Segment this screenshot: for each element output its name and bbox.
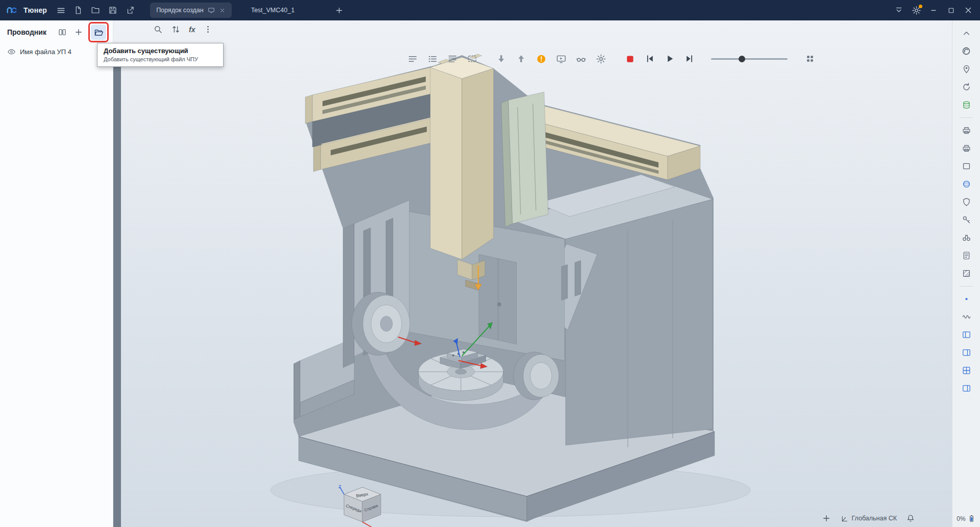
new-file-button[interactable] <box>69 3 87 18</box>
annotation-highlight-box <box>88 22 109 42</box>
open-folder-icon <box>91 6 100 15</box>
tooltip: Добавить существующий Добавить существую… <box>97 43 224 67</box>
hatch-button[interactable] <box>959 266 974 281</box>
slider-knob[interactable] <box>739 56 745 62</box>
list-indent-icon <box>427 54 438 64</box>
stop-button[interactable] <box>623 52 636 65</box>
tab-poryadok-sozdaniya[interactable]: Порядок создан <box>150 3 232 18</box>
warning-button[interactable] <box>534 52 548 65</box>
dock-panel-button[interactable] <box>890 3 908 18</box>
search-button[interactable] <box>153 25 163 34</box>
viewport-3d[interactable]: Z Вверх Спереди Справа X Глобальная СК <box>113 20 952 527</box>
hatch-pattern-icon <box>962 269 971 278</box>
fx-button[interactable]: fx <box>189 25 195 34</box>
main-menu-button[interactable] <box>52 3 69 18</box>
list-justify-button[interactable] <box>446 52 459 65</box>
swap-vertical-icon <box>171 25 181 34</box>
new-tab-button[interactable] <box>330 3 348 18</box>
open-folder-button[interactable] <box>87 3 104 18</box>
slider-track[interactable] <box>711 58 788 60</box>
tree-item-program-file[interactable]: Имя файла УП 4 <box>0 44 113 60</box>
plane-square-icon <box>962 161 971 171</box>
window-split-right-button[interactable] <box>959 345 974 360</box>
location-pin-button[interactable] <box>959 61 974 77</box>
stock-cylinder-icon <box>962 100 971 110</box>
window-split-left-button[interactable] <box>959 327 974 342</box>
tab-label: Test_VMC40_1 <box>251 7 295 14</box>
play-button[interactable] <box>663 52 676 65</box>
skip-to-start-button[interactable] <box>643 52 656 65</box>
arrow-up-button[interactable] <box>514 52 528 65</box>
layout-columns-button[interactable] <box>56 26 69 39</box>
window-split-right-icon <box>962 348 971 357</box>
arrow-up-icon <box>516 54 526 64</box>
coordinate-system-label: Глобальная СК <box>852 515 897 522</box>
hamburger-menu-icon <box>56 6 66 15</box>
maximize-button[interactable] <box>942 3 960 18</box>
tooltip-title: Добавить существующий <box>104 47 217 55</box>
explorer-search-toolbar: fx <box>153 25 213 34</box>
sphere-button[interactable] <box>959 176 974 191</box>
warning-icon <box>536 54 547 64</box>
minimize-button[interactable] <box>925 3 942 18</box>
settings-button[interactable] <box>594 52 607 65</box>
key-button[interactable] <box>959 212 974 227</box>
save-button[interactable] <box>104 3 121 18</box>
minimize-icon <box>929 6 938 15</box>
plane-button[interactable] <box>959 158 974 174</box>
stock-button[interactable] <box>959 97 974 112</box>
coordinate-system-selector[interactable]: Глобальная СК <box>840 514 897 523</box>
point-button[interactable] <box>959 291 974 306</box>
close-tab-icon[interactable] <box>219 7 226 14</box>
spline-button[interactable] <box>959 309 974 324</box>
grid-dots-button[interactable] <box>803 52 817 65</box>
tab-test-vmc40[interactable]: Test_VMC40_1 <box>245 3 301 18</box>
list-plain-button[interactable] <box>406 52 419 65</box>
location-pin-icon <box>962 64 971 74</box>
rotate-button[interactable] <box>959 79 974 94</box>
axis-z-label: Z <box>338 484 341 489</box>
eye-icon[interactable] <box>7 47 16 56</box>
plus-icon <box>74 28 83 37</box>
add-program-button[interactable] <box>72 26 85 39</box>
window-grid-button[interactable] <box>959 363 974 378</box>
notifications-button[interactable] <box>906 514 915 523</box>
simulation-speed-slider[interactable] <box>711 52 788 65</box>
close-window-button[interactable] <box>960 3 977 18</box>
list-indent-button[interactable] <box>426 52 439 65</box>
arrow-down-button[interactable] <box>495 52 508 65</box>
swap-vertical-button[interactable] <box>171 25 181 34</box>
machine-model[interactable] <box>113 20 952 527</box>
window-door-icon <box>962 384 971 393</box>
glasses-button[interactable] <box>574 52 587 65</box>
printer-button[interactable] <box>959 123 974 138</box>
battery-status: 0% <box>957 514 975 523</box>
titlebar: Тюнер Порядок создан Test_VMC40_1 <box>0 0 980 20</box>
app-title: Тюнер <box>23 6 47 14</box>
export-button[interactable] <box>121 3 139 18</box>
plus-icon <box>335 6 344 15</box>
app-settings-button[interactable] <box>908 3 925 18</box>
panel-splitter[interactable] <box>113 60 121 527</box>
maximize-icon <box>947 6 955 15</box>
printer-alt-button[interactable] <box>959 140 974 156</box>
tool-circle-button[interactable] <box>959 43 974 59</box>
spline-wave-icon <box>962 312 971 322</box>
selection-box-button[interactable] <box>465 52 479 65</box>
view-cube[interactable]: Z Вверх Спереди Справа X <box>338 484 387 527</box>
tool-circle-icon <box>961 46 971 56</box>
sphere-icon <box>962 179 971 189</box>
screen-play-button[interactable] <box>554 52 568 65</box>
printer-icon <box>962 126 971 135</box>
binoculars-button[interactable] <box>959 230 974 245</box>
chevron-up-icon <box>962 29 971 38</box>
add-existing-file-button[interactable] <box>91 25 106 40</box>
more-menu-button[interactable] <box>203 25 213 34</box>
skip-to-end-button[interactable] <box>683 52 696 65</box>
window-door-button[interactable] <box>959 380 974 396</box>
collapse-button[interactable] <box>959 26 974 41</box>
shield-button[interactable] <box>959 194 974 209</box>
add-coordinate-button[interactable] <box>822 514 831 523</box>
document-button[interactable] <box>959 248 974 263</box>
plus-icon <box>822 514 831 523</box>
